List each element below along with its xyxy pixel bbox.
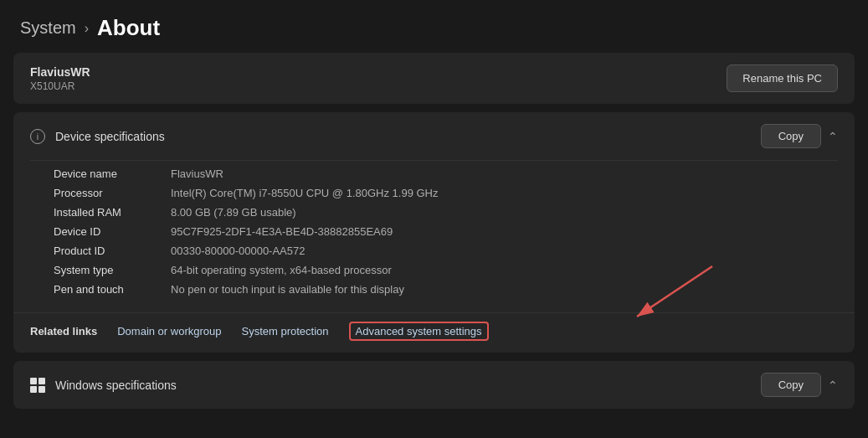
windows-header-right: Copy ⌃ bbox=[761, 373, 838, 397]
windows-specs-header[interactable]: Windows specifications Copy ⌃ bbox=[13, 361, 855, 409]
info-icon: i bbox=[30, 129, 45, 144]
device-specs-copy-button[interactable]: Copy bbox=[761, 124, 821, 148]
spec-value: 8.00 GB (7.89 GB usable) bbox=[171, 206, 296, 219]
page-title: About bbox=[97, 15, 160, 41]
table-row: Pen and touch No pen or touch input is a… bbox=[54, 280, 838, 299]
table-row: Device ID 95C7F925-2DF1-4E3A-BE4D-388828… bbox=[54, 222, 838, 241]
chevron-up-icon: ⌃ bbox=[828, 130, 838, 143]
pc-model: X510UAR bbox=[30, 80, 90, 92]
spec-value: 00330-80000-00000-AA572 bbox=[171, 245, 305, 257]
rename-pc-button[interactable]: Rename this PC bbox=[727, 64, 838, 92]
table-row: Product ID 00330-80000-00000-AA572 bbox=[54, 241, 838, 260]
spec-value: Intel(R) Core(TM) i7-8550U CPU @ 1.80GHz… bbox=[171, 187, 439, 199]
related-link[interactable]: System protection bbox=[241, 325, 328, 338]
device-specs-title: Device specifications bbox=[55, 130, 165, 143]
pc-name: FlaviusWR bbox=[30, 65, 90, 79]
related-link[interactable]: Domain or workgroup bbox=[117, 325, 221, 338]
pc-info: FlaviusWR X510UAR bbox=[30, 65, 90, 92]
table-row: Processor Intel(R) Core(TM) i7-8550U CPU… bbox=[54, 183, 838, 203]
spec-label: Installed RAM bbox=[54, 206, 171, 219]
device-specs-header[interactable]: i Device specifications Copy ⌃ bbox=[13, 112, 855, 160]
spec-value: 95C7F925-2DF1-4E3A-BE4D-38882855EA69 bbox=[171, 225, 393, 238]
related-links-label: Related links bbox=[30, 325, 97, 338]
related-links-bar: Related links Domain or workgroupSystem … bbox=[13, 312, 855, 353]
spec-value: No pen or touch input is available for t… bbox=[171, 283, 404, 296]
spec-label: Device name bbox=[54, 167, 171, 180]
device-specs-section: i Device specifications Copy ⌃ Device na… bbox=[13, 112, 855, 353]
pc-name-bar: FlaviusWR X510UAR Rename this PC bbox=[13, 53, 855, 104]
spec-label: Processor bbox=[54, 187, 171, 199]
spec-value: 64-bit operating system, x64-based proce… bbox=[171, 264, 392, 276]
windows-specs-section: Windows specifications Copy ⌃ bbox=[13, 361, 855, 409]
section-header-left: i Device specifications bbox=[30, 129, 165, 144]
breadcrumb-chevron: › bbox=[85, 21, 89, 36]
spec-label: System type bbox=[54, 264, 171, 276]
windows-specs-copy-button[interactable]: Copy bbox=[761, 373, 821, 397]
spec-label: Device ID bbox=[54, 225, 171, 238]
page-header: System › About bbox=[0, 0, 868, 53]
spec-label: Pen and touch bbox=[54, 283, 171, 296]
advanced-system-settings-link[interactable]: Advanced system settings bbox=[349, 322, 489, 341]
windows-icon bbox=[30, 378, 45, 393]
spec-value: FlaviusWR bbox=[171, 167, 223, 180]
table-row: System type 64-bit operating system, x64… bbox=[54, 260, 838, 280]
windows-chevron-up-icon: ⌃ bbox=[828, 379, 838, 392]
spec-label: Product ID bbox=[54, 245, 171, 257]
section-header-right: Copy ⌃ bbox=[761, 124, 838, 148]
specs-table: Device name FlaviusWR Processor Intel(R)… bbox=[13, 161, 855, 312]
windows-header-left: Windows specifications bbox=[30, 378, 177, 393]
system-breadcrumb: System bbox=[20, 18, 76, 38]
windows-specs-title: Windows specifications bbox=[55, 379, 177, 392]
table-row: Device name FlaviusWR bbox=[54, 164, 838, 183]
table-row: Installed RAM 8.00 GB (7.89 GB usable) bbox=[54, 203, 838, 222]
